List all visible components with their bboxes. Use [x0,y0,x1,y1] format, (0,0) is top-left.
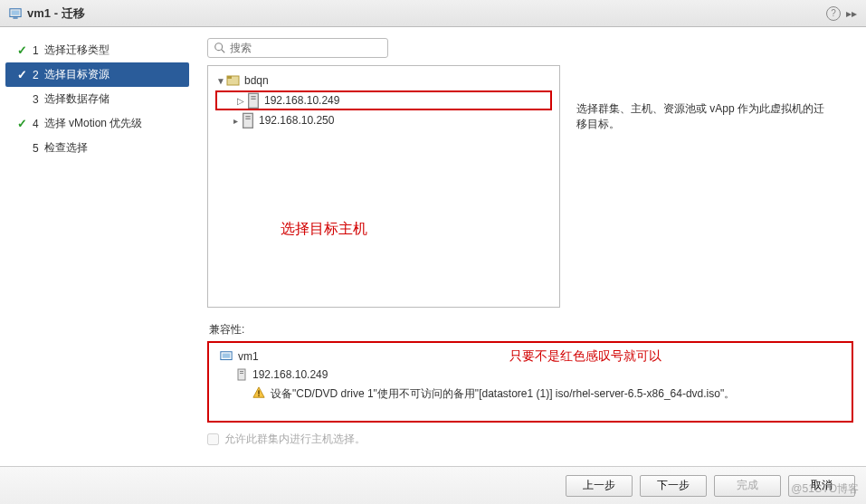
expand-arrow-icon[interactable]: ▷ [235,96,246,106]
compatibility-results: vm1 192.168.10.249 设备"CD/DVD drive 1"使用不… [207,341,853,423]
svg-rect-14 [223,354,231,358]
step-label: 选择目标资源 [44,67,109,82]
search-icon [214,42,226,54]
step-2[interactable]: 2选择目标资源 [5,62,189,87]
step-label: 选择 vMotion 优先级 [44,116,143,131]
collapse-arrow-icon[interactable]: ▼ [215,76,226,86]
warning-icon [252,386,265,399]
svg-rect-10 [243,113,253,128]
step-1[interactable]: 1选择迁移类型 [0,38,195,62]
tree-node-label: 192.168.10.249 [264,94,339,107]
back-button[interactable]: 上一步 [566,475,633,497]
host-icon [246,94,261,107]
tree-host-selected[interactable]: ▷ 192.168.10.249 [215,90,552,110]
step-label: 选择数据存储 [44,91,109,107]
svg-point-3 [215,43,223,51]
watermark: @51CTO博客 [791,481,859,497]
cluster-host-select-row: 允许此群集内进行主机选择。 [207,432,853,447]
compat-host-name: 192.168.10.249 [252,368,328,381]
svg-rect-17 [240,373,243,374]
svg-rect-2 [13,17,17,18]
annotation-select-target: 选择目标主机 [281,220,367,239]
tree-node-label: 192.168.10.250 [259,114,334,127]
hint-text: 选择群集、主机、资源池或 vApp 作为此虚拟机的迁移目标。 [576,101,830,308]
step-4[interactable]: 4选择 vMotion 优先级 [0,111,195,136]
tree-node-label: bdqn [244,74,269,87]
compat-warning-text: 设备"CD/DVD drive 1"使用不可访问的备用"[datastore1 … [271,386,735,402]
help-icon[interactable]: ? [826,6,841,21]
step-5[interactable]: 5检查选择 [0,136,195,160]
host-icon [236,368,247,381]
svg-line-4 [222,50,225,53]
compatibility-label: 兼容性: [207,322,853,338]
svg-rect-19 [258,390,259,394]
finish-button: 完成 [714,475,781,497]
expand-arrow-icon[interactable]: ▸ [230,116,241,126]
wizard-footer: 上一步 下一步 完成 取消 [0,466,866,504]
annotation-warning-ok: 只要不是红色感叹号就可以 [509,348,661,365]
wizard-steps-sidebar: 1选择迁移类型 2选择目标资源 3选择数据存储 4选择 vMotion 优先级 … [0,27,195,466]
resource-tree[interactable]: ▼ bdqn ▷ 192.168.10.249 [207,65,560,308]
vm-icon [9,7,22,20]
svg-rect-11 [245,116,250,117]
tree-root[interactable]: ▼ bdqn [212,71,556,90]
titlebar: vm1 - 迁移 ? ▸▸ [0,0,866,27]
next-button[interactable]: 下一步 [640,475,707,497]
step-3[interactable]: 3选择数据存储 [0,87,195,111]
svg-rect-16 [240,371,243,372]
svg-rect-9 [251,98,255,99]
datacenter-icon [226,74,241,87]
tree-host[interactable]: ▸ 192.168.10.250 [212,111,556,129]
main-panel: ▼ bdqn ▷ 192.168.10.249 [195,27,866,466]
search-box[interactable] [207,38,388,58]
step-label: 检查选择 [44,140,88,156]
expand-icon[interactable]: ▸▸ [846,7,857,20]
svg-rect-6 [227,76,232,79]
step-label: 选择迁移类型 [44,43,109,58]
compat-vm-name: vm1 [238,350,259,363]
svg-rect-1 [12,10,20,14]
cluster-host-select-checkbox [207,433,219,445]
cluster-host-select-label: 允许此群集内进行主机选择。 [224,432,366,447]
svg-rect-7 [249,93,259,108]
svg-rect-12 [245,118,250,119]
search-input[interactable] [230,42,382,54]
svg-rect-15 [238,369,245,380]
svg-rect-8 [251,96,255,97]
svg-rect-20 [258,395,259,396]
vm-icon [220,350,233,363]
host-icon [241,114,255,127]
window-title: vm1 - 迁移 [27,5,826,22]
